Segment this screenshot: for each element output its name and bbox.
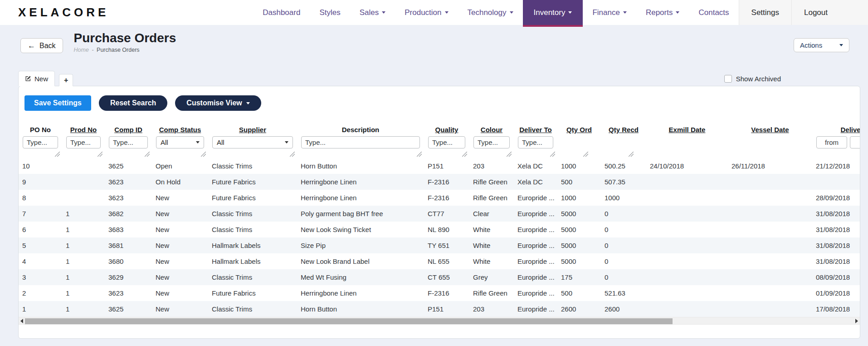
- nav-item-settings[interactable]: Settings: [739, 0, 791, 25]
- customise-view-button[interactable]: Customise View: [175, 95, 261, 111]
- page-title: Purchase Orders: [74, 31, 176, 45]
- breadcrumb-home[interactable]: Home: [74, 47, 89, 53]
- cell-comp-id: 3681: [105, 242, 152, 249]
- scrollbar-thumb[interactable]: [25, 318, 673, 324]
- cell-delivery-date: 31/08/2018: [812, 226, 860, 233]
- table-row[interactable]: 613683NewClassic TrimsNew Look Swing Tic…: [19, 222, 860, 237]
- resize-grip-icon[interactable]: [629, 152, 634, 157]
- show-archived-checkbox[interactable]: [724, 75, 732, 83]
- back-button[interactable]: ← Back: [20, 38, 63, 53]
- cell-delivery-date: 01/09/2018: [812, 289, 860, 297]
- table-row[interactable]: 213623NewFuture FabricsHerringbone Linen…: [19, 285, 860, 301]
- cell-qty-ord: 1000: [557, 194, 601, 202]
- horizontal-scrollbar[interactable]: [19, 317, 860, 325]
- filter-to-input[interactable]: [850, 136, 860, 148]
- column-header-comp-id[interactable]: Comp ID: [105, 126, 152, 136]
- cell-qty-recd: 0: [601, 210, 646, 217]
- table-row[interactable]: 113625NewClassic TrimsHorn ButtonP151203…: [19, 301, 860, 317]
- resize-grip-icon[interactable]: [462, 152, 467, 157]
- nav-item-reports[interactable]: Reports: [636, 0, 689, 25]
- cell-qty-recd: 521.63: [601, 289, 646, 297]
- filter-from-input[interactable]: [816, 136, 847, 148]
- cell-comp-status: New: [152, 273, 208, 281]
- cell-deliver-to: Europride ...: [514, 257, 557, 265]
- resize-grip-icon[interactable]: [145, 152, 150, 157]
- cell-supplier: Hallmark Labels: [208, 257, 297, 265]
- cell-po-no: 6: [19, 226, 62, 233]
- table-row[interactable]: 313629NewClassic TrimsMed Wt FusingCT 65…: [19, 269, 860, 285]
- cell-qty-recd: 1000: [601, 194, 646, 202]
- nav-item-technology[interactable]: Technology: [458, 0, 523, 25]
- nav-item-dashboard[interactable]: Dashboard: [253, 0, 310, 25]
- cell-qty-recd: 0: [601, 273, 646, 281]
- filter-range-delivery-date: [816, 136, 860, 148]
- nav-item-logout[interactable]: Logout: [791, 0, 840, 25]
- filter-input-po-no[interactable]: [23, 136, 58, 148]
- resize-grip-icon[interactable]: [98, 152, 102, 157]
- cell-qty-recd: 0: [601, 242, 646, 249]
- column-header-vessel-date[interactable]: Vessel Date: [728, 126, 812, 136]
- cell-comp-id: 3625: [105, 305, 152, 313]
- resize-grip-icon[interactable]: [550, 152, 555, 157]
- caret-down-icon: [445, 11, 449, 14]
- cell-comp-status: Open: [152, 162, 208, 170]
- filter-input-quality[interactable]: [428, 136, 465, 148]
- reset-search-button[interactable]: Reset Search: [99, 95, 167, 111]
- resize-grip-icon[interactable]: [290, 152, 295, 157]
- column-header-qty-recd[interactable]: Qty Recd: [601, 126, 646, 136]
- resize-grip-icon[interactable]: [583, 152, 588, 157]
- resize-grip-icon[interactable]: [417, 152, 422, 157]
- column-header-quality[interactable]: Quality: [424, 126, 469, 136]
- column-header-comp-status[interactable]: Comp Status: [152, 126, 208, 136]
- column-header-exmill-date[interactable]: Exmill Date: [646, 126, 728, 136]
- cell-po-no: 10: [19, 162, 62, 170]
- save-settings-button[interactable]: Save Settings: [24, 95, 91, 111]
- cell-deliver-to: Xela DC: [514, 178, 557, 186]
- cell-po-no: 9: [19, 178, 62, 186]
- resize-grip-icon[interactable]: [55, 152, 60, 157]
- table-row[interactable]: 103625OpenClassic TrimsHorn ButtonP15120…: [19, 158, 860, 174]
- nav-item-sales[interactable]: Sales: [350, 0, 395, 25]
- nav-item-styles[interactable]: Styles: [310, 0, 350, 25]
- scroll-left-arrow-icon[interactable]: [20, 319, 23, 323]
- nav-item-inventory[interactable]: Inventory: [523, 0, 583, 27]
- nav-item-finance[interactable]: Finance: [583, 0, 636, 25]
- filter-input-comp-id[interactable]: [109, 136, 148, 148]
- caret-down-icon: [676, 11, 679, 14]
- table-row[interactable]: 83623NewFuture FabricsHerringbone LinenF…: [19, 190, 860, 206]
- actions-dropdown-button[interactable]: Actions: [794, 38, 849, 52]
- cell-deliver-to: Europride ...: [514, 305, 557, 313]
- resize-grip-icon[interactable]: [507, 152, 512, 157]
- scroll-right-arrow-icon[interactable]: [855, 319, 858, 323]
- filter-input-prod-no[interactable]: [66, 136, 101, 148]
- cell-delivery-date: 31/08/2018: [812, 257, 860, 265]
- tab-new[interactable]: New: [18, 71, 55, 86]
- table-row[interactable]: 513681NewHallmark LabelsSize PipTY 651Wh…: [19, 237, 860, 253]
- filter-input-deliver-to[interactable]: [518, 136, 553, 148]
- column-header-supplier[interactable]: Supplier: [208, 126, 297, 136]
- nav-item-contacts[interactable]: Contacts: [689, 0, 738, 25]
- filter-input-description[interactable]: [301, 136, 420, 148]
- nav-item-production[interactable]: Production: [395, 0, 458, 25]
- column-header-deliver-to[interactable]: Deliver To: [514, 126, 557, 136]
- column-header-qty-ord[interactable]: Qty Ord: [557, 126, 601, 136]
- column-header-prod-no[interactable]: Prod No: [62, 126, 105, 136]
- cell-colour: 203: [469, 162, 514, 170]
- cell-po-no: 2: [19, 289, 62, 297]
- cell-qty-ord: 1000: [557, 162, 601, 170]
- table-row[interactable]: 713682NewClassic TrimsPoly garment bag B…: [19, 206, 860, 222]
- cell-description: Horn Button: [297, 162, 424, 170]
- table-row[interactable]: 413680NewHallmark LabelsNew Look Brand L…: [19, 253, 860, 269]
- filter-select-comp-status[interactable]: All: [156, 136, 204, 148]
- filter-select-supplier[interactable]: All: [212, 136, 293, 148]
- cell-prod-no: 1: [62, 257, 105, 265]
- tabs-row: New + Show Archived: [18, 71, 860, 86]
- cell-qty-recd: 2600: [601, 305, 646, 313]
- column-header-colour[interactable]: Colour: [469, 126, 514, 136]
- column-header-delivery-date[interactable]: Delivery Date: [812, 126, 860, 136]
- cell-qty-ord: 5000: [557, 226, 601, 233]
- table-row[interactable]: 93623On HoldFuture FabricsHerringbone Li…: [19, 174, 860, 190]
- tab-add-button[interactable]: +: [59, 74, 73, 86]
- resize-grip-icon[interactable]: [201, 152, 206, 157]
- filter-input-colour[interactable]: [473, 136, 510, 148]
